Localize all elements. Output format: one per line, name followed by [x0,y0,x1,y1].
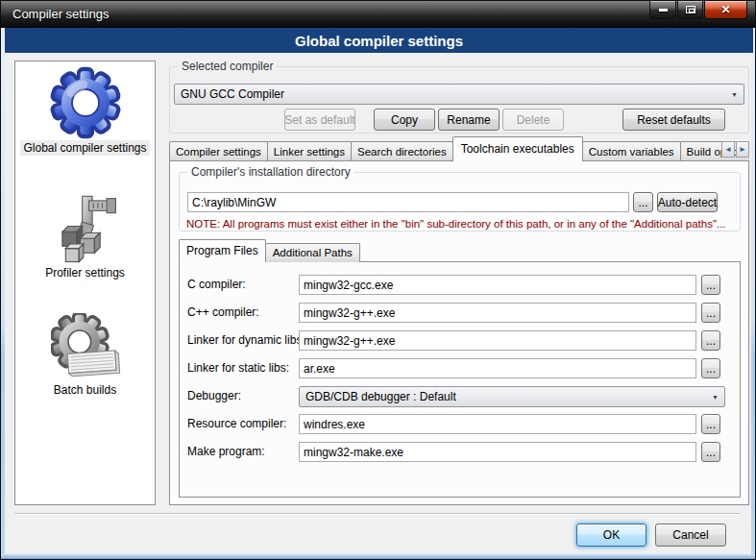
program-files-panel [179,261,741,498]
compiler-settings-dialog: Compiler settings ✕ Global compiler sett… [0,0,756,560]
static-linker-input[interactable] [299,358,696,378]
ellipsis-icon: ... [706,362,716,376]
page-title: Global compiler settings [295,33,463,49]
dynamic-linker-browse-button[interactable]: ... [701,330,720,351]
tab-scroll-buttons: ◄ ► [721,141,749,158]
c-compiler-input[interactable] [299,275,696,295]
settings-category-list: Global compiler settings [14,61,156,505]
close-button[interactable]: ✕ [704,1,747,19]
cancel-label: Cancel [672,528,708,542]
installation-directory-input[interactable] [187,192,629,212]
sidebar-item-global-compiler-settings[interactable]: Global compiler settings [20,65,149,156]
delete-label: Delete [517,113,550,127]
resource-compiler-label: Resource compiler: [187,417,286,430]
gray-gear-papers-icon [51,313,120,382]
ellipsis-icon: ... [706,418,716,431]
debugger-select-value: GDB/CDB debugger : Default [305,390,456,403]
ok-label: OK [603,528,620,542]
maximize-icon [686,6,695,13]
tab-compiler-settings[interactable]: Compiler settings [169,141,268,161]
tab-scroll-right-button[interactable]: ► [736,141,749,158]
make-program-input[interactable] [299,442,696,462]
copy-button[interactable]: Copy [374,109,435,131]
browse-directory-button[interactable]: ... [633,192,653,212]
ellipsis-icon: ... [706,334,716,348]
copy-label: Copy [391,113,418,127]
window-controls: ✕ [649,1,747,19]
static-linker-browse-button[interactable]: ... [701,358,720,378]
sidebar-item-label: Batch builds [51,382,119,398]
installation-directory-legend: Compiler's installation directory [187,165,354,179]
tab-toolchain-executables[interactable]: Toolchain executables [452,136,583,161]
subtab-additional-paths[interactable]: Additional Paths [265,243,360,262]
window-frame-left [1,28,5,559]
arrow-right-icon: ► [739,145,746,154]
sidebar-item-batch-builds[interactable]: Batch builds [51,313,120,398]
ellipsis-icon: ... [706,306,716,320]
auto-detect-label: Auto-detect [658,196,717,209]
reset-defaults-button[interactable]: Reset defaults [622,109,725,131]
cpp-compiler-browse-button[interactable]: ... [701,303,720,323]
rename-label: Rename [447,113,490,127]
debugger-label: Debugger: [187,389,241,402]
debugger-select[interactable]: GDB/CDB debugger : Default ▼ [299,386,725,407]
c-compiler-browse-button[interactable]: ... [701,275,720,295]
set-as-default-label: Set as default [284,113,354,127]
compiler-select-value: GNU GCC Compiler [181,87,284,101]
set-as-default-button: Set as default [284,109,355,131]
selected-compiler-legend: Selected compiler [178,60,277,73]
chevron-down-icon: ▼ [712,394,719,401]
close-icon: ✕ [720,4,730,15]
ellipsis-icon: ... [706,279,716,292]
blue-gear-icon [48,65,123,140]
subtab-program-files[interactable]: Program Files [179,239,266,262]
delete-button: Delete [502,109,564,131]
minimize-icon [659,9,668,12]
compiler-select[interactable]: GNU GCC Compiler ▼ [174,84,744,105]
sidebar-item-profiler-settings[interactable]: Profiler settings [42,194,128,280]
tab-linker-settings[interactable]: Linker settings [267,141,352,161]
c-compiler-label: C compiler: [187,278,246,291]
tab-custom-variables[interactable]: Custom variables [582,141,681,161]
resource-compiler-input[interactable] [299,414,696,434]
page-header: Global compiler settings [5,28,753,53]
reset-defaults-label: Reset defaults [637,113,711,127]
window-frame-bottom [1,554,756,559]
ellipsis-icon: ... [706,446,716,459]
bin-subdirectory-note: NOTE: All programs must exist either in … [186,218,726,230]
cpp-compiler-label: C++ compiler: [187,305,259,319]
chevron-down-icon: ▼ [731,91,738,98]
window-frame-right [751,28,755,559]
tab-search-directories[interactable]: Search directories [351,141,453,161]
dynamic-linker-label: Linker for dynamic libs: [187,333,305,347]
auto-detect-button[interactable]: Auto-detect [657,192,718,212]
resource-compiler-browse-button[interactable]: ... [701,414,720,434]
sidebar-item-label: Profiler settings [42,265,128,280]
window-title: Compiler settings [12,7,109,21]
dynamic-linker-input[interactable] [299,330,696,351]
maximize-button[interactable] [677,1,703,19]
cpp-compiler-input[interactable] [299,303,696,323]
compiler-tabs: Compiler settings Linker settings Search… [169,136,749,161]
arrow-left-icon: ◄ [724,145,732,154]
ellipsis-icon: ... [638,196,647,209]
make-program-label: Make program: [187,445,265,458]
caliper-icon [49,194,120,265]
minimize-button[interactable] [649,1,676,19]
cancel-button[interactable]: Cancel [655,523,726,547]
static-linker-label: Linker for static libs: [187,361,289,375]
sidebar-item-label: Global compiler settings [20,140,149,156]
tab-scroll-left-button[interactable]: ◄ [721,141,735,158]
program-tabs: Program Files Additional Paths [179,239,359,262]
rename-button[interactable]: Rename [438,109,500,131]
footer-separator [14,513,741,514]
titlebar[interactable]: Compiler settings [1,1,756,28]
make-program-browse-button[interactable]: ... [701,442,720,462]
ok-button[interactable]: OK [576,523,646,547]
